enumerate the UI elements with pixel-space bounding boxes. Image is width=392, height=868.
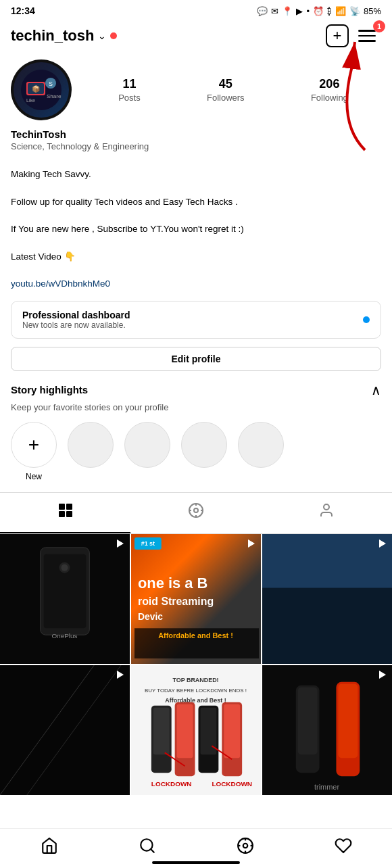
signal-icon: 📶 [335,6,346,16]
svg-text:OnePlus: OnePlus [51,632,77,640]
nav-icons: + 1 [326,24,381,47]
highlight-circle-2[interactable] [124,422,170,468]
highlight-item-3[interactable] [181,422,227,468]
posts-label: Posts [118,93,141,103]
username-label[interactable]: techin_tosh [11,27,94,45]
svg-text:Like: Like [26,98,35,103]
location-icon: 📍 [282,6,293,16]
youtube-icon: ▶ [296,6,303,16]
grid-item-1[interactable]: OnePlus [0,534,130,664]
top-nav: techin_tosh ⌄ + 1 [0,19,392,54]
highlight-new[interactable]: + New [11,422,57,481]
svg-line-62 [151,849,154,852]
svg-point-19 [324,504,329,510]
posts-stat[interactable]: 11 Posts [118,77,141,103]
following-stat[interactable]: 206 Following [311,77,348,103]
grid-item-5[interactable]: TOP BRANDED! BUY TODAY BEFRE LOCKDOWN EN… [131,665,261,795]
plus-icon: + [333,27,342,45]
svg-rect-36 [0,665,130,795]
heart-nav-button[interactable] [335,837,352,854]
add-content-button[interactable]: + [326,24,349,47]
plus-icon: + [28,435,39,454]
highlight-circle-1[interactable] [68,422,114,468]
svg-point-64 [243,844,247,848]
menu-button[interactable]: 1 [358,24,381,47]
bottom-nav [0,828,392,868]
online-indicator [110,32,117,39]
reels-nav-button[interactable] [237,837,254,854]
menu-bar-1 [358,30,376,32]
grid-item-4[interactable] [0,665,130,795]
dashboard-subtitle: New tools are now available. [22,320,130,330]
svg-text:one is a B: one is a B [138,574,207,591]
new-highlight-circle[interactable]: + [11,422,57,468]
battery-icon: 85% [364,6,381,16]
svg-text:Affordable and Best !: Affordable and Best ! [158,631,233,640]
highlights-row: + New [11,422,381,487]
svg-rect-9 [59,504,65,510]
bio-line-4: Latest Video 👇 [11,251,76,262]
avatar[interactable]: 📦 Share Like S [11,59,72,120]
professional-dashboard[interactable]: Professional dashboard New tools are now… [11,301,381,339]
bluetooth-icon: ₿ [327,6,332,16]
svg-rect-10 [66,504,72,510]
followers-count: 45 [207,77,245,91]
svg-rect-50 [224,704,240,758]
home-nav-button[interactable] [41,837,58,854]
wifi-icon: 📡 [349,6,360,16]
svg-text:Affordable and Best !: Affordable and Best ! [165,696,226,703]
video-badge-3 [377,538,388,552]
grid-item-6[interactable]: trimmer [262,665,392,795]
following-count: 206 [311,77,348,91]
tab-tagged[interactable] [262,493,392,533]
grid-item-3[interactable] [262,534,392,664]
status-time: 12:34 [11,5,35,16]
video-badge-1 [115,538,126,552]
bio-link[interactable]: youtu.be/wVDhbnkhMe0 [11,279,110,289]
svg-text:roid Streaming: roid Streaming [138,596,214,607]
bio-line-1: Making Tech Savvy. [11,169,91,179]
profile-stats-row: 📦 Share Like S 11 Posts 45 Followers [11,59,381,120]
highlight-item-2[interactable] [124,422,170,468]
video-badge-4 [115,669,126,683]
svg-text:BUY TODAY BEFRE LOCKDOWN ENDS : BUY TODAY BEFRE LOCKDOWN ENDS ! [145,687,247,693]
bio-line-2: Follow up for quality Tech videos and Ea… [11,197,238,207]
new-highlight-label: New [26,472,42,481]
whatsapp-icon: 💬 [257,6,268,16]
stats-group: 11 Posts 45 Followers 206 Following [85,77,381,103]
highlight-item-4[interactable] [238,422,284,468]
tab-grid[interactable] [0,493,130,533]
dashboard-text: Professional dashboard New tools are now… [22,310,130,330]
chevron-down-icon[interactable]: ⌄ [98,30,106,41]
highlight-circle-4[interactable] [238,422,284,468]
bio-section: TechinTosh Science, Technology & Enginee… [11,128,381,291]
highlights-chevron-icon[interactable]: ∧ [371,382,381,398]
main-content: 📦 Share Like S 11 Posts 45 Followers [0,54,392,842]
dashboard-title: Professional dashboard [22,310,130,320]
svg-rect-55 [262,665,392,795]
svg-rect-46 [177,704,193,758]
profile-section: 📦 Share Like S 11 Posts 45 Followers [0,54,392,382]
svg-text:Share: Share [47,93,62,99]
posts-count: 11 [118,77,141,91]
grid-icon [57,502,74,523]
svg-text:📦: 📦 [32,85,41,93]
search-nav-button[interactable] [139,837,156,854]
svg-rect-44 [153,707,170,754]
svg-rect-57 [298,687,318,754]
svg-text:trimmer: trimmer [314,783,339,791]
username-area[interactable]: techin_tosh ⌄ [11,27,117,45]
grid-item-2[interactable]: one is a B roid Streaming Devic Affordab… [131,534,261,664]
home-indicator [152,861,240,864]
edit-profile-button[interactable]: Edit profile [11,347,381,371]
svg-text:LOCKDOWN: LOCKDOWN [151,780,192,788]
highlights-section: Story highlights ∧ Keep your favorite st… [0,382,392,487]
video-badge-2 [246,538,257,552]
svg-text:S: S [49,80,53,87]
svg-text:#1 st: #1 st [141,539,155,546]
highlight-item-1[interactable] [68,422,114,468]
tab-reels[interactable] [130,493,261,533]
followers-stat[interactable]: 45 Followers [207,77,245,103]
svg-point-14 [194,508,198,512]
highlight-circle-3[interactable] [181,422,227,468]
